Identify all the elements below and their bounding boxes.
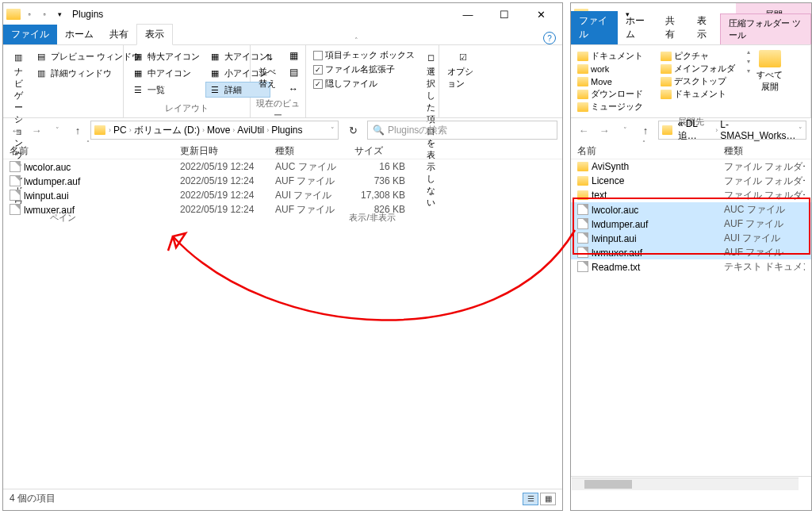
addcol-icon[interactable]: ▤ [286,65,301,79]
scrollbar-horizontal[interactable] [572,478,799,490]
breadcrumb-item[interactable]: ボリューム (D:) [132,124,202,137]
close-button[interactable]: ✕ [523,3,559,25]
layout-icon: ▦ [131,49,145,63]
list-item[interactable]: Licence ファイル フォルダー [571,174,811,188]
expand-icon[interactable]: ▾ [747,67,750,75]
folder-icon [577,190,588,200]
col-date[interactable]: 更新日時 [174,142,269,159]
help-icon[interactable]: ? [543,32,556,44]
history-dropdown[interactable]: ˅ [49,122,65,138]
dest-item[interactable]: ダウンロード [577,88,653,100]
col-type[interactable]: 種類 [269,142,348,159]
scrollbar-thumb[interactable] [584,480,632,489]
list-item[interactable]: text ファイル フォルダー [571,188,811,202]
layout-icon: ▦ [208,49,222,63]
dest-item[interactable]: メインフォルダ [661,63,736,75]
layout-list[interactable]: ☰一覧 [128,82,202,98]
layout-icon: ▦ [131,66,145,80]
forward-button: → [29,122,44,138]
list-item[interactable]: lwcolor.auc AUC ファイル [571,202,811,217]
file-icon [577,247,588,258]
up-button[interactable]: ↑ [70,122,86,138]
col-name[interactable]: 名前˄ [3,142,174,159]
back-button[interactable]: ← [8,122,24,138]
tab-view[interactable]: 表示 [136,24,173,45]
tab-file[interactable]: ファイル [571,11,618,44]
breadcrumb-item[interactable]: AviUtil [235,125,266,136]
tab-home[interactable]: ホーム [618,11,657,44]
tab-file[interactable]: ファイル [3,25,57,44]
checkbox-icon[interactable] [313,65,323,75]
dest-item[interactable]: Move [577,75,653,87]
refresh-button[interactable]: ↻ [343,125,362,136]
breadcrumb-item[interactable]: Plugins [269,125,304,136]
col-type[interactable]: 種類 [718,142,805,159]
list-item[interactable]: lwinput.aui 2022/05/19 12:24 AUI ファイル 17… [3,188,562,202]
list-item[interactable]: Readme.txt テキスト ドキュメント [571,259,811,274]
dest-item[interactable]: ピクチャ [661,50,736,62]
view-icons-button[interactable]: ▦ [540,493,556,505]
addr-dropdown-icon[interactable]: ˅ [799,126,802,134]
layout-icon: ☰ [208,82,222,97]
pane-icon: ▥ [11,50,25,64]
options-button[interactable]: ☑ オプション [444,48,482,91]
ribbon-collapse-icon[interactable]: ˄ [354,36,358,44]
column-headers: 名前˄ 種類 [571,142,811,159]
checkbox-ext[interactable]: ファイル名拡張子 [311,63,417,76]
minimize-button[interactable]: — [450,3,486,25]
dest-item[interactable]: ドキュメント [661,88,736,100]
view-details-button[interactable]: ☰ [523,493,538,505]
dest-item[interactable]: ミュージック [577,101,653,113]
tab-share[interactable]: 共有 [102,25,136,44]
dest-item[interactable]: デスクトップ [661,75,736,87]
dest-item[interactable]: work [577,63,653,75]
file-icon [577,261,588,272]
address-bar[interactable]: « DL追…› L-SMASH_Works… ˅ [658,121,806,140]
folder-icon [577,64,588,74]
list-item[interactable]: lwcolor.auc 2022/05/19 12:24 AUC ファイル 16… [3,159,562,174]
up-button[interactable]: ↑ [638,122,653,138]
tab-home[interactable]: ホーム [57,25,102,44]
col-name[interactable]: 名前˄ [571,142,718,159]
address-bar[interactable]: › PC› ボリューム (D:)› Move› AviUtil› Plugins… [90,121,339,140]
col-size[interactable]: サイズ [348,142,412,159]
back-button[interactable]: ← [576,122,592,138]
scroll-down-icon[interactable]: ▾ [747,58,750,65]
sizecol-icon[interactable]: ↔ [286,82,301,96]
list-item[interactable]: AviSynth ファイル フォルダー [571,159,811,174]
layout-m[interactable]: ▦中アイコン [128,65,202,81]
qat-item[interactable]: ▫ [38,8,51,21]
checkbox-items[interactable]: 項目チェック ボックス [311,48,417,62]
breadcrumb-item[interactable]: PC [111,125,129,136]
search-input[interactable]: 🔍 Pluginsの検索 [367,121,557,140]
list-item[interactable]: lwinput.aui AUI ファイル [571,231,811,245]
extract-all-button[interactable]: すべて 展開 [753,48,786,94]
sort-button[interactable]: ⇅ 並べ替え [255,48,283,91]
breadcrumb-item[interactable]: « DL追… [676,118,716,143]
breadcrumb-item[interactable]: L-SMASH_Works… [718,119,799,141]
scroll-up-icon[interactable]: ▴ [747,48,750,56]
list-item[interactable]: lwdumper.auf AUF ファイル [571,217,811,231]
checkbox-icon[interactable] [313,51,323,60]
folder-icon [577,176,588,186]
history-dropdown[interactable]: ˅ [617,122,633,138]
qat-item[interactable]: ▫ [23,8,36,21]
maximize-button[interactable]: ☐ [486,3,523,25]
group-icon[interactable]: ▦ [286,48,301,63]
list-item[interactable]: lwmuxer.auf AUF ファイル [571,245,811,259]
addr-dropdown-icon[interactable]: ˅ [331,126,335,134]
breadcrumb-item[interactable]: Move [205,125,232,136]
checkbox-icon[interactable] [313,79,323,89]
folder-icon [661,77,672,86]
qat-dropdown-icon[interactable]: ▾ [53,8,66,21]
list-item[interactable]: lwdumper.auf 2022/05/19 12:24 AUF ファイル 7… [3,174,562,188]
titlebar[interactable]: ▫ ▫ ▾ Plugins — ☐ ✕ [3,3,562,25]
tab-view[interactable]: 表示 [689,11,721,44]
tab-archive-tools[interactable]: 圧縮フォルダー ツール [720,13,811,44]
dest-item[interactable]: ドキュメント [577,50,653,62]
layout-xl[interactable]: ▦特大アイコン [128,48,202,64]
file-icon [577,232,588,244]
checkbox-hidden[interactable]: 隠しファイル [311,77,417,90]
tab-share[interactable]: 共有 [657,11,689,44]
list-item[interactable]: lwmuxer.auf 2022/05/19 12:24 AUF ファイル 82… [3,202,562,217]
